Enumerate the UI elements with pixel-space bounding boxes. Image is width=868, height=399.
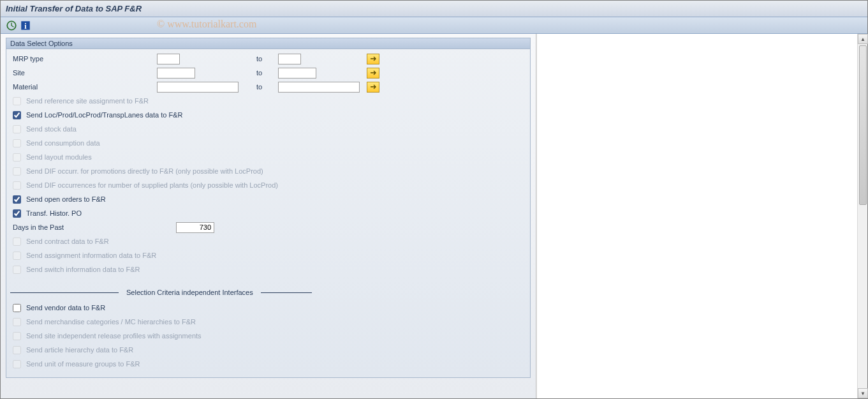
checkbox-row: Send DIF occurrences for number of suppl… <box>10 178 526 192</box>
chk_consump <box>13 139 21 147</box>
checkbox-row: Send vendor data to F&R <box>10 301 526 315</box>
chk_openord[interactable] <box>13 195 21 204</box>
group-header: Data Select Options <box>6 38 530 49</box>
chk_siterel <box>13 332 21 340</box>
content-wrapper: Data Select Options MRP type to <box>1 34 867 398</box>
checkbox-label: Send reference site assignment to F&R <box>24 97 149 105</box>
label-site: Site <box>10 69 157 77</box>
main-area: Data Select Options MRP type to <box>1 34 536 398</box>
row-mrp-type: MRP type to <box>10 52 526 66</box>
right-empty-area <box>536 34 867 398</box>
checkbox-label: Send unit of measure groups to F&R <box>24 360 140 368</box>
checkbox-row: Send layout modules <box>10 150 526 164</box>
input-mrp-type-from[interactable] <box>157 54 180 64</box>
chk_arthier <box>13 346 21 354</box>
label-days-past: Days in the Past <box>10 223 157 231</box>
checkbox-row: Send DIF occurr. for promotions directly… <box>10 164 526 178</box>
checkbox-row: Send stock data <box>10 122 526 136</box>
checkbox-label: Send Loc/Prod/LocProd/TranspLanes data t… <box>24 111 182 119</box>
checkbox-label: Send DIF occurrences for number of suppl… <box>24 181 278 189</box>
chk_ref_site <box>13 97 21 105</box>
checkbox-label: Send consumption data <box>24 139 100 147</box>
checkbox-row: Send consumption data <box>10 136 526 150</box>
title-bar: Initial Transfer of Data to SAP F&R <box>1 1 867 17</box>
chk_locprod[interactable] <box>13 111 21 119</box>
checkbox-row: Send open orders to F&R <box>10 192 526 206</box>
section-divider: Selection Criteria independent Interface… <box>10 285 526 299</box>
input-material-from[interactable] <box>157 82 239 93</box>
input-material-to[interactable] <box>278 82 360 93</box>
chk_merch <box>13 318 21 326</box>
checkbox-label: Send stock data <box>24 125 77 133</box>
label-material: Material <box>10 83 157 91</box>
checkbox-label: Send layout modules <box>24 153 92 161</box>
checkbox-label: Send open orders to F&R <box>24 195 106 203</box>
row-days-past: Days in the Past <box>10 220 526 234</box>
scroll-down-icon[interactable]: ▼ <box>858 388 868 398</box>
chk_dif_promo <box>13 167 21 176</box>
multi-select-icon[interactable] <box>367 82 379 93</box>
group-data-select-options: Data Select Options MRP type to <box>6 38 531 378</box>
checkbox-label: Send vendor data to F&R <box>24 304 105 312</box>
input-days-past[interactable] <box>176 222 214 233</box>
label-to: to <box>253 55 278 63</box>
sap-window: Initial Transfer of Data to SAP F&R i © … <box>0 0 868 399</box>
checkbox-label: Send assignment information data to F&R <box>24 252 156 259</box>
label-to: to <box>253 69 278 77</box>
section-title: Selection Criteria independent Interface… <box>119 289 261 296</box>
checkbox-label: Send switch information data to F&R <box>24 266 140 273</box>
label-mrp-type: MRP type <box>10 55 157 63</box>
scroll-up-icon[interactable]: ▲ <box>858 34 868 44</box>
checkbox-label: Send site independent release profiles w… <box>24 332 202 340</box>
row-site: Site to <box>10 66 526 80</box>
window-title: Initial Transfer of Data to SAP F&R <box>6 4 142 13</box>
multi-select-icon[interactable] <box>367 68 379 79</box>
chk_contract <box>13 237 21 246</box>
checkbox-row: Send Loc/Prod/LocProd/TranspLanes data t… <box>10 108 526 122</box>
label-to: to <box>253 83 278 91</box>
checkbox-row: Transf. Histor. PO <box>10 206 526 220</box>
chk_vendor[interactable] <box>13 304 21 312</box>
vertical-scrollbar[interactable]: ▲ ▼ <box>857 34 867 398</box>
input-site-to[interactable] <box>278 68 316 79</box>
scroll-thumb[interactable] <box>859 45 867 205</box>
checkbox-row: Send contract data to F&R <box>10 234 526 248</box>
checkbox-label: Send DIF occurr. for promotions directly… <box>24 167 263 175</box>
chk_dif_supply <box>13 181 21 190</box>
checkbox-label: Transf. Histor. PO <box>24 209 82 217</box>
row-material: Material to <box>10 80 526 94</box>
chk_stock <box>13 125 21 133</box>
execute-icon[interactable] <box>6 20 17 31</box>
svg-text:i: i <box>24 21 27 30</box>
checkbox-label: Send contract data to F&R <box>24 237 109 245</box>
input-site-from[interactable] <box>157 68 195 79</box>
group-body: MRP type to Site to <box>6 49 530 377</box>
checkbox-row: Send unit of measure groups to F&R <box>10 357 526 371</box>
checkbox-label: Send merchandise categories / MC hierarc… <box>24 318 196 326</box>
chk_assign <box>13 252 21 260</box>
checkbox-label: Send article hierarchy data to F&R <box>24 346 133 354</box>
input-mrp-type-to[interactable] <box>278 54 301 64</box>
checkbox-row: Send merchandise categories / MC hierarc… <box>10 315 526 329</box>
chk_layout <box>13 153 21 162</box>
chk_switch <box>13 266 21 274</box>
toolbar: i <box>1 17 867 34</box>
checkbox-row: Send switch information data to F&R <box>10 262 526 276</box>
checkbox-row: Send article hierarchy data to F&R <box>10 343 526 357</box>
checkbox-row: Send reference site assignment to F&R <box>10 94 526 108</box>
info-icon[interactable]: i <box>20 20 31 31</box>
chk_uom <box>13 360 21 368</box>
multi-select-icon[interactable] <box>367 54 379 64</box>
checkbox-row: Send assignment information data to F&R <box>10 248 526 262</box>
chk_histpo[interactable] <box>13 209 21 218</box>
checkbox-row: Send site independent release profiles w… <box>10 329 526 343</box>
